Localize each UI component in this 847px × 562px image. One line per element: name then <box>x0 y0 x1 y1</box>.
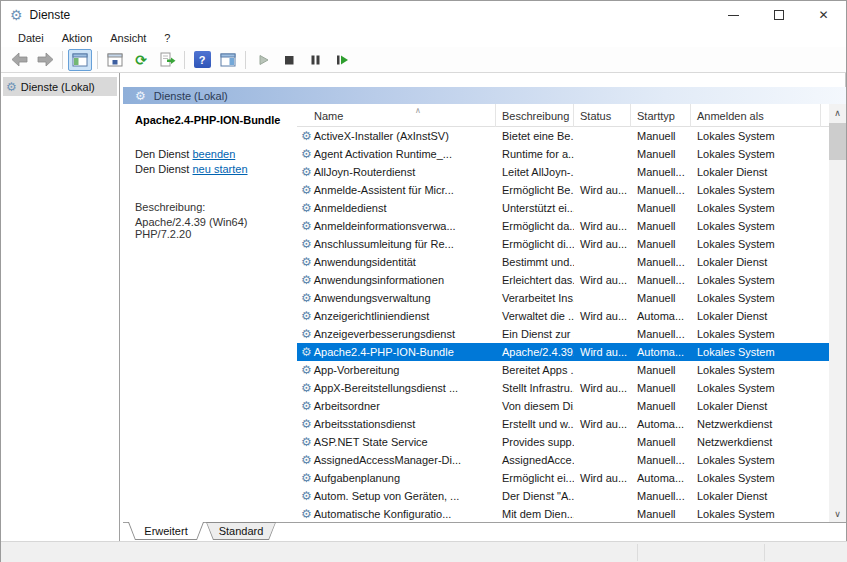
service-name: Anwendungsidentität <box>314 256 416 268</box>
properties-button[interactable] <box>103 49 127 71</box>
cell-startup: Automa... <box>631 469 691 487</box>
show-console-tree-button[interactable] <box>68 49 92 71</box>
column-header-name[interactable]: Name∧ <box>297 104 496 127</box>
column-header-anmelden-als[interactable]: Anmelden als <box>691 104 821 127</box>
cell-description: Provides supp... <box>496 433 574 451</box>
minimize-icon <box>728 15 739 16</box>
tab-standard[interactable]: Standard <box>206 522 276 540</box>
table-row[interactable]: ⚙Autom. Setup von Geräten, ...Der Dienst… <box>297 487 829 505</box>
service-gear-icon: ⚙ <box>301 328 312 340</box>
help-button[interactable]: ? <box>190 49 214 71</box>
table-row[interactable]: ⚙Automatische Konfiguratio...Mit dem Die… <box>297 505 829 523</box>
menu-bar: Datei Aktion Ansicht ? <box>1 29 846 47</box>
minimize-button[interactable] <box>711 1 756 29</box>
table-row[interactable]: ⚙AnzeigerichtliniendienstVerwaltet die .… <box>297 307 829 325</box>
service-gear-icon: ⚙ <box>301 310 312 322</box>
tab-erweitert[interactable]: Erweitert <box>128 522 204 540</box>
table-row[interactable]: ⚙ArbeitsstationsdienstErstellt und w...W… <box>297 415 829 433</box>
service-name: Anmelde-Assistent für Micr... <box>314 184 454 196</box>
services-gear-icon: ⚙ <box>135 90 146 102</box>
service-gear-icon: ⚙ <box>301 202 312 214</box>
menu-help[interactable]: ? <box>155 30 179 46</box>
cell-name: ⚙Anmeldeinformationsverwa... <box>297 217 496 235</box>
cell-status <box>574 253 631 271</box>
pane-header-title: Dienste (Lokal) <box>154 90 228 102</box>
cell-logon: Lokales System <box>691 181 821 199</box>
refresh-button[interactable]: ⟳ <box>129 49 153 71</box>
cell-name: ⚙Anmeldedienst <box>297 199 496 217</box>
cell-description: Verarbeitet Ins... <box>496 289 574 307</box>
vertical-scrollbar[interactable]: ∧ ∨ <box>829 104 846 522</box>
start-service-button[interactable] <box>251 49 275 71</box>
export-list-button[interactable] <box>155 49 179 71</box>
cell-status <box>574 487 631 505</box>
table-row[interactable]: ⚙AllJoyn-RouterdienstLeitet AllJoyn-...M… <box>297 163 829 181</box>
table-row[interactable]: ⚙AnmeldedienstUnterstützt ei...ManuellLo… <box>297 199 829 217</box>
cell-startup: Manuell <box>631 397 691 415</box>
table-row[interactable]: ⚙ActiveX-Installer (AxInstSV)Bietet eine… <box>297 127 829 145</box>
cell-status: Wird au... <box>574 415 631 433</box>
service-gear-icon: ⚙ <box>301 220 312 232</box>
scroll-up-arrow[interactable]: ∧ <box>829 104 846 121</box>
cell-logon: Lokales System <box>691 271 821 289</box>
toolbar-separator <box>245 51 246 69</box>
table-row[interactable]: ⚙AnwendungsidentitätBestimmt und...Manue… <box>297 253 829 271</box>
table-row[interactable]: ⚙ArbeitsordnerVon diesem Di...ManuellLok… <box>297 397 829 415</box>
pause-service-button[interactable] <box>303 49 327 71</box>
service-name: Arbeitsordner <box>314 400 380 412</box>
statusbar-divider <box>637 544 638 561</box>
service-name: Agent Activation Runtime_... <box>314 148 452 160</box>
table-row[interactable]: ⚙AnwendungsverwaltungVerarbeitet Ins...M… <box>297 289 829 307</box>
cell-status <box>574 361 631 379</box>
service-name: Anwendungsverwaltung <box>314 292 431 304</box>
cell-name: ⚙App-Vorbereitung <box>297 361 496 379</box>
menu-datei[interactable]: Datei <box>9 30 53 46</box>
restart-service-link[interactable]: neu starten <box>192 163 247 175</box>
column-header-label: Name <box>314 110 343 122</box>
menu-ansicht[interactable]: Ansicht <box>101 30 155 46</box>
scroll-down-arrow[interactable]: ∨ <box>829 505 846 522</box>
table-row[interactable]: ⚙AppX-Bereitstellungsdienst ...Stellt In… <box>297 379 829 397</box>
table-row[interactable]: ⚙AnwendungsinformationenErleichtert das.… <box>297 271 829 289</box>
column-header-starttyp[interactable]: Starttyp <box>631 104 691 127</box>
table-row[interactable]: ⚙Apache2.4-PHP-ION-BundleApache/2.4.39..… <box>297 343 829 361</box>
table-row[interactable]: ⚙Anschlussumleitung für Re...Ermöglicht … <box>297 235 829 253</box>
stop-service-link[interactable]: beenden <box>192 148 235 160</box>
cell-status <box>574 505 631 523</box>
forward-button[interactable] <box>33 49 57 71</box>
show-action-pane-button[interactable] <box>216 49 240 71</box>
restart-service-button[interactable] <box>329 49 353 71</box>
table-row[interactable]: ⚙Agent Activation Runtime_...Runtime for… <box>297 145 829 163</box>
cell-startup: Manuell... <box>631 181 691 199</box>
tree-item-dienste-lokal[interactable]: ⚙ Dienste (Lokal) <box>3 77 117 96</box>
cell-logon: Lokales System <box>691 325 821 343</box>
table-row[interactable]: ⚙Anmelde-Assistent für Micr...Ermöglicht… <box>297 181 829 199</box>
column-header-beschreibung[interactable]: Beschreibung <box>496 104 574 127</box>
table-row[interactable]: ⚙AufgabenplanungErmöglicht ei...Wird au.… <box>297 469 829 487</box>
table-row[interactable]: ⚙ASP.NET State ServiceProvides supp...Ma… <box>297 433 829 451</box>
column-header-status[interactable]: Status <box>574 104 631 127</box>
extended-view-panel: Apache2.4-PHP-ION-Bundle Den Dienst been… <box>123 104 297 522</box>
stop-service-button[interactable] <box>277 49 301 71</box>
table-row[interactable]: ⚙Anmeldeinformationsverwa...Ermöglicht d… <box>297 217 829 235</box>
cell-name: ⚙Anwendungsidentität <box>297 253 496 271</box>
restart-prefix: Den Dienst <box>135 163 192 175</box>
service-name: Anwendungsinformationen <box>314 274 444 286</box>
table-row[interactable]: ⚙AnzeigeverbesserungsdienstEin Dienst zu… <box>297 325 829 343</box>
table-row[interactable]: ⚙AssignedAccessManager-Di...AssignedAcce… <box>297 451 829 469</box>
service-gear-icon: ⚙ <box>301 274 312 286</box>
stop-icon <box>282 53 296 67</box>
table-row[interactable]: ⚙App-VorbereitungBereitet Apps ...Manuel… <box>297 361 829 379</box>
cell-startup: Manuell... <box>631 451 691 469</box>
close-button[interactable]: ✕ <box>801 1 846 29</box>
service-name: AssignedAccessManager-Di... <box>314 454 461 466</box>
back-button[interactable] <box>7 49 31 71</box>
cell-startup: Manuell <box>631 217 691 235</box>
service-name: Apache2.4-PHP-ION-Bundle <box>314 346 454 358</box>
scroll-thumb[interactable] <box>829 123 846 160</box>
restart-icon <box>334 53 349 67</box>
service-name: App-Vorbereitung <box>314 364 400 376</box>
menu-aktion[interactable]: Aktion <box>53 30 102 46</box>
maximize-button[interactable] <box>756 1 801 29</box>
service-name: AllJoyn-Routerdienst <box>314 166 416 178</box>
